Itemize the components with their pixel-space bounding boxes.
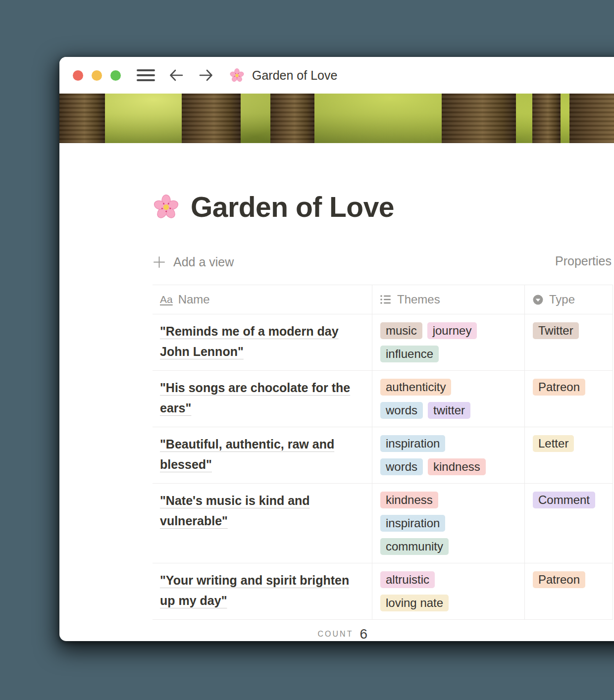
page-title[interactable]: Garden of Love	[191, 191, 394, 223]
menu-icon[interactable]	[137, 69, 155, 81]
themes-cell[interactable]: music journey influence	[372, 314, 525, 370]
theme-tag: words	[380, 458, 423, 475]
window-controls	[73, 70, 121, 81]
properties-button[interactable]: Properties	[555, 254, 612, 268]
theme-tag: music	[380, 322, 422, 339]
cherry-blossom-icon	[153, 194, 180, 221]
page-link[interactable]: "Beautiful, authentic, raw and blessed"	[160, 437, 334, 471]
table-row: "Reminds me of a modern day John Lennon"…	[153, 314, 613, 371]
page-link[interactable]: "His songs are chocolate for the ears"	[160, 381, 350, 415]
cover-image	[59, 94, 614, 143]
theme-tag: inspiration	[380, 515, 445, 532]
column-header-name[interactable]: Aa Name	[153, 285, 372, 314]
count-value: 6	[359, 626, 367, 641]
minimize-button[interactable]	[92, 70, 102, 81]
page-title-row: Garden of Love	[153, 191, 614, 223]
theme-tag: altruistic	[380, 571, 435, 588]
name-cell[interactable]: "Beautiful, authentic, raw and blessed"	[153, 427, 372, 483]
forward-icon[interactable]	[198, 67, 214, 84]
theme-tag: words	[380, 402, 423, 419]
column-label: Name	[178, 293, 210, 306]
text-field-icon: Aa	[160, 294, 173, 305]
type-cell[interactable]: Comment	[525, 484, 613, 563]
plus-icon	[153, 255, 166, 269]
themes-cell[interactable]: altruistic loving nate	[372, 563, 525, 619]
table-header: Aa Name Themes Type	[153, 285, 613, 314]
table-row: "His songs are chocolate for the ears" a…	[153, 371, 613, 427]
themes-cell[interactable]: kindness inspiration community	[372, 484, 525, 563]
theme-tag: influence	[380, 346, 439, 362]
column-label: Type	[549, 293, 575, 306]
table-row: "Beautiful, authentic, raw and blessed" …	[153, 427, 613, 484]
titlebar-title: Garden of Love	[252, 68, 337, 83]
column-header-type[interactable]: Type	[525, 285, 613, 314]
table-row: "Nate's music is kind and vulnerable" ki…	[153, 484, 613, 563]
theme-tag: inspiration	[380, 435, 445, 452]
name-cell[interactable]: "His songs are chocolate for the ears"	[153, 371, 372, 427]
table-footer-count[interactable]: COUNT 6	[153, 620, 372, 641]
type-tag: Patreon	[533, 379, 585, 396]
app-window: Garden of Love Garden of Love Add a view…	[59, 57, 614, 641]
count-label: COUNT	[318, 630, 354, 639]
themes-cell[interactable]: inspiration words kindness	[372, 427, 525, 483]
name-cell[interactable]: "Reminds me of a modern day John Lennon"	[153, 314, 372, 370]
page-content: Garden of Love Add a view Properties Aa …	[59, 191, 614, 641]
type-tag: Twitter	[533, 322, 579, 339]
page-link[interactable]: "Nate's music is kind and vulnerable"	[160, 494, 310, 528]
column-label: Themes	[397, 293, 440, 306]
type-tag: Patreon	[533, 571, 585, 588]
desktop: { "titlebar": { "title": "Garden of Love…	[0, 0, 614, 700]
theme-tag: twitter	[428, 402, 470, 419]
add-view-label: Add a view	[173, 255, 234, 269]
type-tag: Comment	[533, 492, 595, 508]
theme-tag: kindness	[380, 492, 438, 508]
type-cell[interactable]: Patreon	[525, 371, 613, 427]
name-cell[interactable]: "Your writing and spirit brighten up my …	[153, 563, 372, 619]
theme-tag: loving nate	[380, 595, 449, 611]
page-link[interactable]: "Your writing and spirit brighten up my …	[160, 573, 349, 607]
page-link[interactable]: "Reminds me of a modern day John Lennon"	[160, 324, 339, 358]
select-icon	[532, 294, 544, 305]
theme-tag: authenticity	[380, 379, 451, 396]
type-cell[interactable]: Patreon	[525, 563, 613, 619]
back-icon[interactable]	[168, 67, 185, 84]
type-tag: Letter	[533, 435, 574, 452]
themes-cell[interactable]: authenticity words twitter	[372, 371, 525, 427]
database-table: Aa Name Themes Type	[153, 285, 613, 641]
table-row: "Your writing and spirit brighten up my …	[153, 563, 613, 620]
name-cell[interactable]: "Nate's music is kind and vulnerable"	[153, 484, 372, 563]
view-toolbar: Add a view Properties	[153, 252, 614, 272]
titlebar: Garden of Love	[59, 57, 614, 94]
theme-tag: journey	[427, 322, 477, 339]
cherry-blossom-icon	[229, 68, 245, 83]
add-view-button[interactable]: Add a view	[153, 255, 234, 269]
type-cell[interactable]: Letter	[525, 427, 613, 483]
type-cell[interactable]: Twitter	[525, 314, 613, 370]
close-button[interactable]	[73, 70, 83, 81]
zoom-button[interactable]	[110, 70, 121, 81]
theme-tag: kindness	[428, 458, 486, 475]
column-header-themes[interactable]: Themes	[372, 285, 525, 314]
theme-tag: community	[380, 538, 449, 555]
multi-select-list-icon	[380, 294, 392, 305]
